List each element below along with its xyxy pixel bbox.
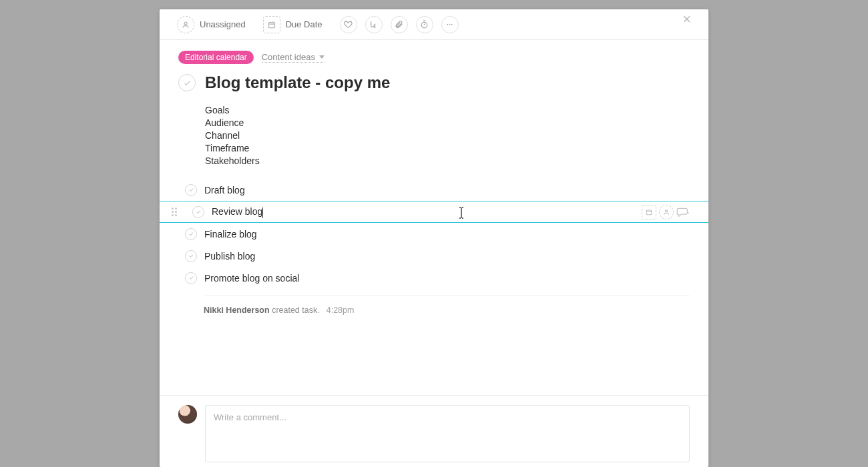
section-label: Content ideas <box>262 52 315 62</box>
svg-point-4 <box>449 24 451 25</box>
title-row: Blog template - copy me <box>178 73 690 92</box>
complete-subtask-button[interactable] <box>185 250 197 262</box>
due-date-button[interactable]: Due Date <box>263 16 322 33</box>
timer-button[interactable] <box>416 16 433 33</box>
due-date-label: Due Date <box>286 19 322 29</box>
svg-rect-6 <box>646 210 652 215</box>
project-pill[interactable]: Editorial calendar <box>178 51 254 64</box>
subtask-row[interactable]: Finalize blog <box>160 223 708 245</box>
task-title[interactable]: Blog template - copy me <box>205 73 390 92</box>
complete-subtask-button[interactable] <box>185 228 197 240</box>
assignee-label: Unassigned <box>200 19 246 29</box>
complete-subtask-button[interactable] <box>185 272 197 284</box>
attachment-button[interactable] <box>391 16 408 33</box>
subtask-name: Publish blog <box>204 251 255 262</box>
subtask-name[interactable]: Review blog <box>212 206 263 217</box>
activity-action: created task. <box>272 306 320 315</box>
task-content: Editorial calendar Content ideas Blog te… <box>160 40 708 395</box>
desc-line: Stakeholders <box>205 155 690 167</box>
activity-entry: Nikki Henderson created task. 4:28pm <box>204 296 690 315</box>
assignee-subtask-button[interactable] <box>659 205 674 219</box>
desc-line: Timeframe <box>205 142 690 155</box>
activity-time: 4:28pm <box>327 306 355 315</box>
svg-point-5 <box>451 24 453 25</box>
svg-point-0 <box>184 22 187 25</box>
subtask-name: Draft blog <box>204 185 245 195</box>
chevron-down-icon <box>319 55 324 59</box>
assignee-button[interactable]: Unassigned <box>177 16 246 33</box>
desc-line: Channel <box>205 129 690 142</box>
section-dropdown[interactable]: Content ideas <box>262 52 324 63</box>
activity-actor: Nikki Henderson <box>204 306 270 315</box>
subtasks-button[interactable] <box>365 16 383 33</box>
person-icon <box>177 16 194 33</box>
comment-subtask-button[interactable] <box>676 207 690 217</box>
task-description[interactable]: Goals Audience Channel Timeframe Stakeho… <box>205 104 690 167</box>
svg-point-7 <box>665 210 667 212</box>
subtask-actions <box>642 205 690 219</box>
subtask-name: Promote blog on social <box>204 273 299 284</box>
due-date-subtask-button[interactable] <box>642 205 656 219</box>
like-button[interactable] <box>340 16 357 33</box>
subtask-row[interactable]: Publish blog <box>160 245 708 267</box>
desc-line: Goals <box>205 104 690 117</box>
subtask-row[interactable]: Review blog <box>160 201 708 223</box>
more-actions-button[interactable] <box>441 16 459 33</box>
task-toolbar: Unassigned Due Date × <box>160 9 708 40</box>
project-section-row: Editorial calendar Content ideas <box>178 51 690 64</box>
avatar[interactable] <box>178 405 197 424</box>
svg-point-3 <box>447 24 448 25</box>
svg-point-2 <box>421 22 427 28</box>
subtask-row[interactable]: Draft blog <box>160 179 708 201</box>
subtask-row[interactable]: Promote blog on social <box>160 267 708 289</box>
close-button[interactable]: × <box>680 12 694 27</box>
subtask-name: Finalize blog <box>204 229 257 240</box>
complete-subtask-button[interactable] <box>185 184 197 196</box>
calendar-icon <box>263 16 280 33</box>
text-caret <box>262 207 263 218</box>
desc-line: Audience <box>205 117 690 129</box>
text-cursor-icon <box>458 207 465 219</box>
comment-input[interactable]: Write a comment... <box>205 405 690 462</box>
subtask-list: Draft blog Review blog <box>160 179 708 289</box>
complete-subtask-button[interactable] <box>192 206 204 218</box>
drag-handle-icon[interactable] <box>172 207 180 216</box>
svg-rect-1 <box>268 22 274 27</box>
task-detail-panel: Unassigned Due Date × Editorial cale <box>160 9 708 467</box>
comment-composer: Write a comment... <box>160 395 708 467</box>
complete-task-button[interactable] <box>178 74 196 91</box>
